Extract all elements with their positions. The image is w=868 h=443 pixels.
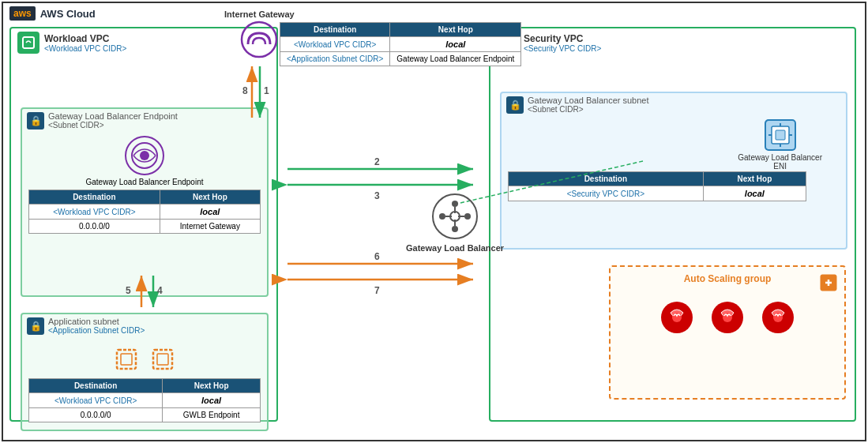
rt-app-r1-hop: local bbox=[163, 393, 261, 408]
lock-icon-app: 🔒 bbox=[27, 317, 44, 335]
app-icons bbox=[22, 345, 267, 374]
appliance-icon-3 bbox=[761, 300, 795, 335]
svg-point-4 bbox=[140, 151, 149, 160]
glbs-title: Gateway Load Balancer subnet bbox=[528, 96, 649, 105]
rt-glbe-col1: Destination bbox=[29, 190, 160, 205]
svg-point-28 bbox=[452, 226, 458, 232]
rt-top-r1-dest: <Workload VPC CIDR> bbox=[280, 37, 390, 52]
app-subnet: 🔒 Application subnet <Application Subnet… bbox=[21, 313, 269, 431]
rt-app-col2: Next Hop bbox=[163, 379, 261, 393]
glb-central-label: Gateway Load Balancer bbox=[406, 243, 504, 253]
glbs-header: 🔒 Gateway Load Balancer subnet <Subnet C… bbox=[502, 93, 846, 116]
rt-sec-col1: Destination bbox=[509, 172, 704, 186]
svg-point-0 bbox=[242, 22, 276, 57]
security-vpc-header: Security VPC <Security VPC CIDR> bbox=[490, 28, 855, 57]
route-table-top: Destination Next Hop <Workload VPC CIDR>… bbox=[280, 22, 521, 66]
svg-text:6: 6 bbox=[374, 251, 380, 262]
glb-eni-area: Gateway Load BalancerENI bbox=[738, 117, 822, 171]
glbe-subnet-title: Gateway Load Balancer Endpoint bbox=[48, 111, 178, 121]
lock-icon-glbs: 🔒 bbox=[506, 96, 524, 114]
aws-logo: aws bbox=[9, 6, 36, 21]
app-subnet-title: Application subnet bbox=[48, 317, 145, 326]
rt-top-col1: Destination bbox=[280, 23, 390, 37]
rt-glbe-container: Destination Next Hop <Workload VPC CIDR>… bbox=[28, 190, 261, 234]
rt-sec-r1-hop: local bbox=[703, 186, 806, 201]
workload-vpc-icon bbox=[17, 32, 39, 54]
svg-rect-7 bbox=[153, 350, 172, 369]
glb-central-icon bbox=[431, 193, 479, 240]
rt-glbe-r1-hop: local bbox=[160, 205, 260, 220]
internet-gateway-label: Internet Gateway bbox=[224, 9, 295, 19]
svg-rect-6 bbox=[121, 354, 132, 365]
svg-point-29 bbox=[439, 213, 445, 220]
rt-glbe-r1-dest: <Workload VPC CIDR> bbox=[29, 205, 160, 220]
svg-point-30 bbox=[464, 213, 471, 220]
rt-security-container: Destination Next Hop <Security VPC CIDR>… bbox=[508, 171, 840, 201]
svg-point-21 bbox=[672, 313, 682, 322]
rt-app-r2-dest: 0.0.0.0/0 bbox=[29, 408, 163, 422]
rt-glbe-col2: Next Hop bbox=[160, 190, 260, 205]
workload-vpc: Workload VPC <Workload VPC CIDR> 🔒 Gatew… bbox=[9, 27, 278, 422]
asg-box: Auto Scaling group bbox=[609, 265, 846, 400]
asg-label: Auto Scaling group bbox=[611, 273, 844, 284]
glbs-cidr: <Subnet CIDR> bbox=[528, 105, 649, 114]
svg-text:3: 3 bbox=[374, 190, 380, 201]
glb-eni-label: Gateway Load BalancerENI bbox=[738, 153, 822, 171]
workload-vpc-cidr: <Workload VPC CIDR> bbox=[44, 44, 126, 53]
svg-rect-12 bbox=[776, 130, 785, 140]
workload-vpc-title: Workload VPC bbox=[44, 33, 126, 44]
app-subnet-header: 🔒 Application subnet <Application Subnet… bbox=[22, 314, 267, 337]
svg-point-27 bbox=[452, 201, 458, 207]
asg-resize-icon bbox=[817, 272, 840, 295]
svg-rect-5 bbox=[117, 350, 136, 369]
security-vpc-title: Security VPC bbox=[524, 33, 601, 44]
rt-sec-col2: Next Hop bbox=[703, 172, 806, 186]
chip-icon-1 bbox=[112, 345, 141, 374]
rt-app-r2-hop: GWLB Endpoint bbox=[163, 408, 261, 422]
asg-appliance-icons bbox=[611, 300, 844, 335]
rt-app-col1: Destination bbox=[29, 379, 163, 393]
glbe-icon-area: Gateway Load Balancer Endpoint bbox=[22, 135, 267, 186]
glbe-subnet-cidr: <Subnet CIDR> bbox=[48, 121, 178, 130]
chip-icon-2 bbox=[148, 345, 177, 374]
glb-central-area: Gateway Load Balancer bbox=[406, 193, 504, 253]
aws-header: aws AWS Cloud bbox=[3, 3, 102, 24]
svg-rect-8 bbox=[157, 354, 168, 365]
security-vpc: Security VPC <Security VPC CIDR> 🔒 Gatew… bbox=[489, 27, 856, 422]
glbe-label: Gateway Load Balancer Endpoint bbox=[86, 178, 204, 186]
rt-top-col2: Next Hop bbox=[390, 23, 521, 37]
rt-top-r2-dest: <Application Subnet CIDR> bbox=[280, 52, 390, 66]
svg-text:2: 2 bbox=[374, 156, 380, 167]
appliance-icon-2 bbox=[710, 300, 745, 335]
rt-glbe-r2-hop: Internet Gateway bbox=[160, 220, 260, 234]
rt-glbe-r2-dest: 0.0.0.0/0 bbox=[29, 220, 160, 234]
appliance-icon-1 bbox=[659, 300, 694, 335]
lock-icon-glbe: 🔒 bbox=[27, 112, 44, 130]
rt-sec-r1-dest: <Security VPC CIDR> bbox=[509, 186, 704, 201]
svg-text:7: 7 bbox=[374, 285, 380, 296]
svg-rect-1 bbox=[23, 37, 34, 48]
security-vpc-cidr: <Security VPC CIDR> bbox=[524, 44, 601, 53]
glbe-subnet-header: 🔒 Gateway Load Balancer Endpoint <Subnet… bbox=[22, 109, 267, 132]
rt-app-container: Destination Next Hop <Workload VPC CIDR>… bbox=[28, 378, 261, 422]
glb-endpoint-subnet: 🔒 Gateway Load Balancer Endpoint <Subnet… bbox=[21, 107, 269, 297]
svg-point-25 bbox=[773, 313, 783, 322]
glb-subnet-security: 🔒 Gateway Load Balancer subnet <Subnet C… bbox=[500, 92, 847, 250]
rt-top-r1-hop: local bbox=[390, 37, 521, 52]
rt-app-r1-dest: <Workload VPC CIDR> bbox=[29, 393, 163, 408]
app-subnet-cidr: <Application Subnet CIDR> bbox=[48, 326, 145, 335]
glb-eni-icon bbox=[762, 117, 798, 153]
glbe-icon bbox=[124, 135, 165, 176]
svg-point-23 bbox=[723, 313, 732, 322]
aws-cloud-label: AWS Cloud bbox=[40, 8, 96, 20]
internet-gateway-icon bbox=[240, 21, 278, 58]
rt-top-r2-hop: Gateway Load Balancer Endpoint bbox=[390, 52, 521, 66]
main-container: aws AWS Cloud Internet Gateway Destinati… bbox=[2, 2, 866, 441]
